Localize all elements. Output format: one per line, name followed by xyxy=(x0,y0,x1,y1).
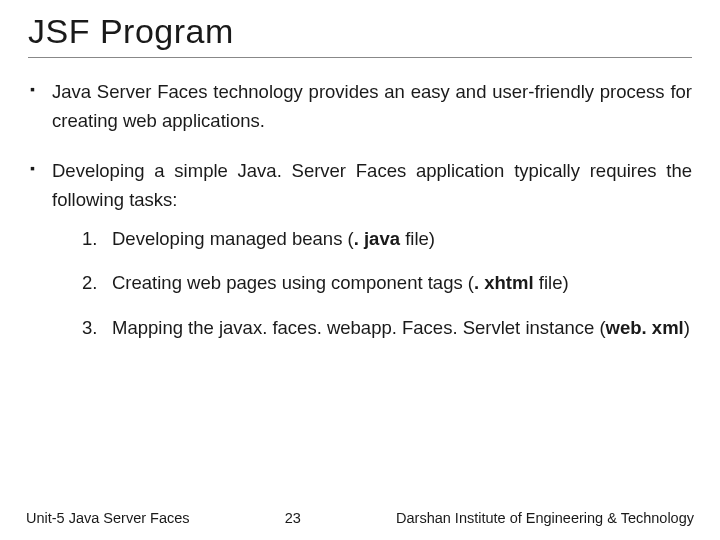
bullet-item: Developing a simple Java. Server Faces a… xyxy=(30,157,692,342)
item-text-pre: Developing managed beans ( xyxy=(112,228,354,249)
item-text-bold: . java xyxy=(354,228,400,249)
slide-number: 23 xyxy=(285,510,301,526)
list-item: 2. Creating web pages using component ta… xyxy=(82,269,692,298)
item-text-bold: . xhtml xyxy=(474,272,534,293)
footer-left: Unit-5 Java Server Faces xyxy=(26,510,190,526)
slide-content: Java Server Faces technology provides an… xyxy=(28,78,692,343)
item-text-pre: Mapping the javax. faces. webapp. Faces.… xyxy=(112,317,606,338)
bullet-text: Developing a simple Java. Server Faces a… xyxy=(52,160,692,210)
item-number: 3. xyxy=(82,314,97,343)
item-text-pre: Creating web pages using component tags … xyxy=(112,272,474,293)
slide-title: JSF Program xyxy=(28,12,692,58)
list-item: 3. Mapping the javax. faces. webapp. Fac… xyxy=(82,314,692,343)
item-text-post: file) xyxy=(534,272,569,293)
list-item: 1. Developing managed beans (. java file… xyxy=(82,225,692,254)
numbered-list: 1. Developing managed beans (. java file… xyxy=(52,225,692,343)
item-text-post: ) xyxy=(684,317,690,338)
bullet-item: Java Server Faces technology provides an… xyxy=(30,78,692,135)
footer: Unit-5 Java Server Faces 23 Darshan Inst… xyxy=(0,510,720,526)
item-text-bold: web. xml xyxy=(606,317,684,338)
item-text-post: file) xyxy=(400,228,435,249)
item-number: 2. xyxy=(82,269,97,298)
footer-right: Darshan Institute of Engineering & Techn… xyxy=(396,510,694,526)
bullet-list: Java Server Faces technology provides an… xyxy=(28,78,692,343)
item-number: 1. xyxy=(82,225,97,254)
slide: JSF Program Java Server Faces technology… xyxy=(0,0,720,540)
